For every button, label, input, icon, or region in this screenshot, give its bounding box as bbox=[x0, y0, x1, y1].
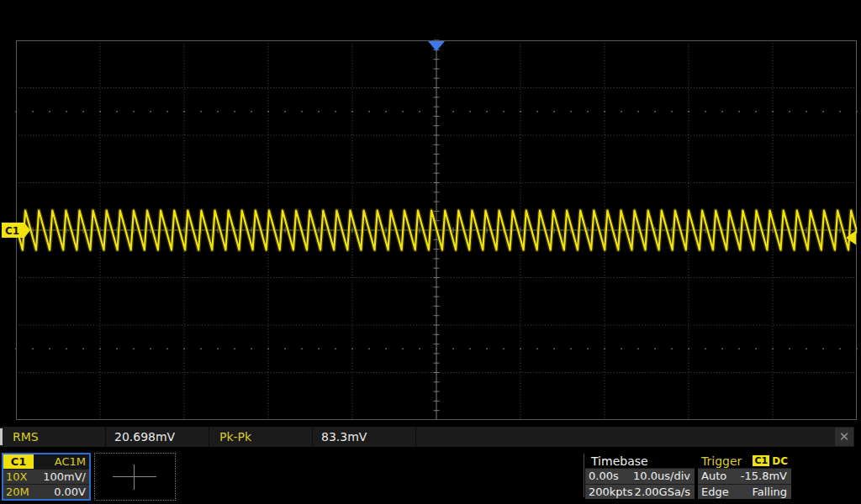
trigger-level: -15.8mV bbox=[741, 470, 787, 482]
timebase-row-acquisition: 200kpts 2.00GSa/s bbox=[585, 484, 695, 499]
trigger-type: Edge bbox=[701, 486, 729, 498]
trigger-slope: Falling bbox=[752, 486, 787, 498]
channel-row-top: C1 AC1M bbox=[3, 454, 89, 469]
channel-row-offset: 20M 0.00V bbox=[3, 484, 89, 499]
measurement-bar-spacer bbox=[416, 427, 835, 447]
trigger-panel[interactable]: Trigger C1 DC Auto -15.8mV Edge Falling bbox=[698, 454, 791, 499]
channel-offset: 0.00V bbox=[29, 486, 89, 498]
timebase-panel[interactable]: Timebase 0.00s 10.0us/div 200kpts 2.00GS… bbox=[585, 454, 695, 499]
trigger-source-badge: C1 bbox=[753, 455, 769, 466]
add-channel-placeholder[interactable] bbox=[94, 453, 176, 501]
channel-id-badge[interactable]: C1 bbox=[3, 454, 34, 469]
trigger-row-mode: Auto -15.8mV bbox=[698, 468, 791, 483]
channel-row-scale: 10X 100mV/ bbox=[3, 469, 89, 484]
measurement-value-pkpk: 83.3mV bbox=[313, 427, 416, 447]
channel-probe: 10X bbox=[3, 470, 27, 483]
panel-divider bbox=[584, 454, 584, 497]
measurement-label-rms[interactable]: RMS bbox=[3, 427, 106, 447]
scope-display: C1 bbox=[0, 0, 861, 425]
channel-descriptor-c1[interactable]: C1 AC1M 10X 100mV/ 20M 0.00V bbox=[2, 453, 91, 501]
trigger-title: Trigger bbox=[701, 454, 742, 468]
trigger-coupling-badge: DC bbox=[772, 455, 788, 467]
channel-coupling: AC1M bbox=[34, 455, 89, 468]
oscilloscope-screen: C1 RMS 20.698mV Pk-Pk 83.3mV ✕ C1 AC1M 1… bbox=[0, 0, 861, 504]
close-measurements-button[interactable]: ✕ bbox=[835, 428, 853, 446]
trigger-row-type: Edge Falling bbox=[698, 484, 791, 499]
timebase-delay: 0.00s bbox=[589, 470, 619, 482]
channel-bandwidth: 20M bbox=[3, 486, 29, 498]
timebase-per-div: 10.0us/div bbox=[633, 470, 690, 482]
timebase-sample-rate: 2.00GSa/s bbox=[635, 486, 690, 498]
trigger-mode: Auto bbox=[701, 470, 726, 482]
channel-level-marker-label: C1 bbox=[5, 225, 19, 237]
measurement-value-rms: 20.698mV bbox=[106, 427, 209, 447]
timebase-title: Timebase bbox=[591, 454, 648, 468]
close-icon: ✕ bbox=[839, 429, 850, 444]
channel-volts-per-div: 100mV/ bbox=[27, 470, 89, 483]
timebase-row-scale: 0.00s 10.0us/div bbox=[585, 468, 695, 483]
timebase-memory-depth: 200kpts bbox=[589, 486, 632, 498]
measurement-label-pkpk[interactable]: Pk-Pk bbox=[209, 427, 313, 447]
measurement-bar: RMS 20.698mV Pk-Pk 83.3mV ✕ bbox=[0, 427, 854, 447]
trigger-position-marker-icon[interactable] bbox=[428, 41, 445, 51]
channel-level-marker[interactable]: C1 bbox=[2, 223, 30, 238]
